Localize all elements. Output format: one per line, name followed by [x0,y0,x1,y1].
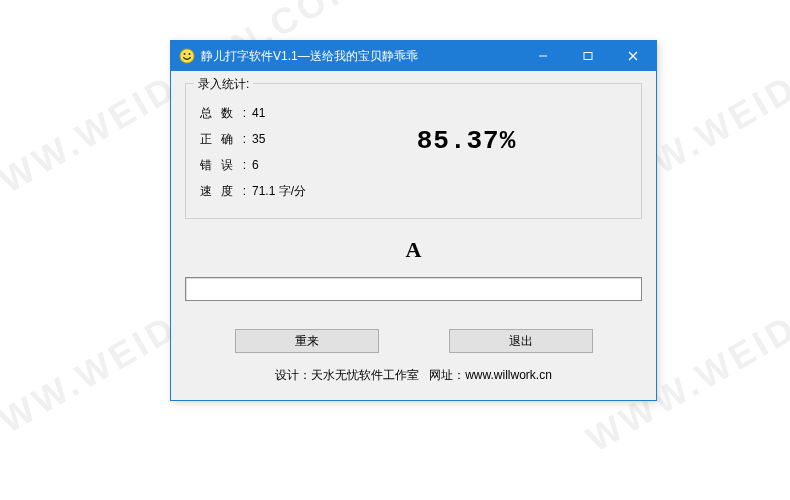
window-title: 静儿打字软件V1.1—送给我的宝贝静乖乖 [201,48,520,65]
svg-point-1 [184,53,186,55]
maximize-button[interactable] [565,41,610,71]
url-label: 网址： [429,368,465,382]
error-value: 6 [246,158,259,172]
titlebar[interactable]: 静儿打字软件V1.1—送给我的宝贝静乖乖 [171,41,656,71]
svg-point-0 [180,49,194,63]
app-window: 静儿打字软件V1.1—送给我的宝贝静乖乖 录入统计: 总数: 41 正确: [170,40,657,401]
correct-label: 正确: [200,131,246,148]
svg-rect-4 [584,53,592,60]
footer: 设计：天水无忧软件工作室 网址：www.willwork.cn [185,367,642,390]
app-icon [179,48,195,64]
svg-point-2 [189,53,191,55]
total-value: 41 [246,106,265,120]
exit-button[interactable]: 退出 [449,329,593,353]
total-label: 总数: [200,105,246,122]
retry-button[interactable]: 重来 [235,329,379,353]
url-value: www.willwork.cn [465,368,552,382]
stats-legend: 录入统计: [194,76,253,93]
speed-value: 71.1 字/分 [246,183,306,200]
client-area: 录入统计: 总数: 41 正确: 35 错误: 6 [171,71,656,400]
close-button[interactable] [610,41,656,71]
speed-label: 速度: [200,183,246,200]
accuracy-percent: 85.37% [306,100,627,156]
minimize-button[interactable] [520,41,565,71]
typing-input[interactable] [185,277,642,301]
correct-value: 35 [246,132,265,146]
stats-groupbox: 录入统计: 总数: 41 正确: 35 错误: 6 [185,83,642,219]
prompt-character: A [185,237,642,263]
design-value: 天水无忧软件工作室 [311,368,419,382]
design-label: 设计： [275,368,311,382]
stats-table: 总数: 41 正确: 35 错误: 6 速度: 71.1 字/分 [200,100,306,204]
error-label: 错误: [200,157,246,174]
